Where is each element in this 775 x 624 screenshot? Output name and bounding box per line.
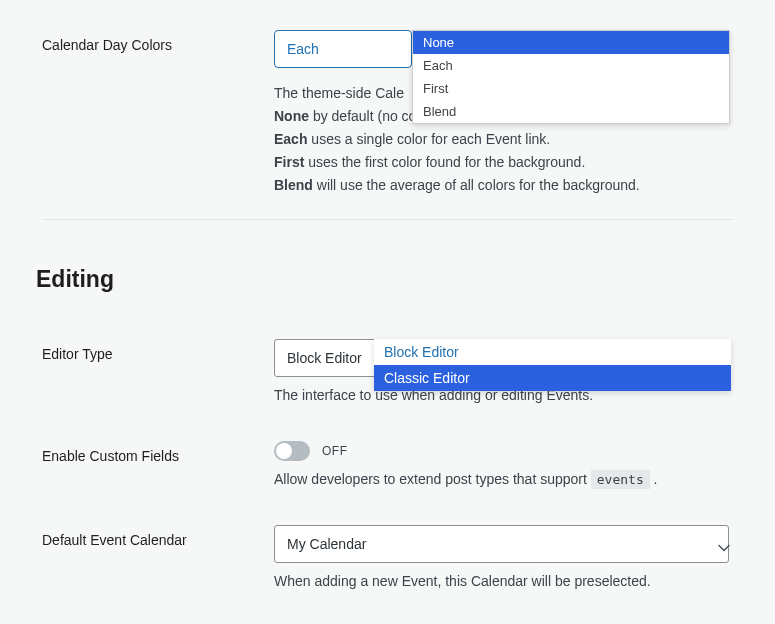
calendar-day-colors-dropdown: None Each First Blend [412,30,730,124]
calendar-day-colors-row: Calendar Day Colors Each None Each First… [42,30,733,197]
custom-fields-toggle[interactable] [274,441,310,461]
help-none-label: None [274,108,309,124]
help-intro: The theme-side Cale [274,85,404,101]
toggle-row: OFF [274,441,733,461]
editor-type-row: Editor Type Block Editor Block Editor Cl… [42,339,733,403]
help-first-text: uses the first color found for the backg… [304,154,585,170]
enable-custom-fields-row: Enable Custom Fields OFF Allow developer… [42,441,733,487]
help-blend-text: will use the average of all colors for t… [313,177,640,193]
help-each-label: Each [274,131,307,147]
editor-type-control: Block Editor Block Editor Classic Editor… [274,339,733,403]
enable-custom-fields-label: Enable Custom Fields [42,441,274,464]
enable-custom-fields-control: OFF Allow developers to extend post type… [274,441,733,487]
calendar-day-colors-select[interactable]: Each [274,30,412,68]
calendar-day-colors-label: Calendar Day Colors [42,30,274,53]
help-blend-label: Blend [274,177,313,193]
option-each[interactable]: Each [413,54,729,77]
option-blend[interactable]: Blend [413,100,729,123]
editor-type-value: Block Editor [287,350,362,366]
default-event-calendar-row: Default Event Calendar My Calendar When … [42,525,733,589]
default-event-calendar-select[interactable]: My Calendar [274,525,729,563]
editor-type-dropdown: Block Editor Classic Editor [374,339,731,391]
custom-fields-help-pre: Allow developers to extend post types th… [274,471,591,487]
events-code: events [591,470,650,489]
editing-section-title: Editing [36,266,733,293]
calendar-day-colors-control: Each None Each First Blend The theme-sid… [274,30,733,197]
custom-fields-help-post: . [650,471,658,487]
default-event-calendar-label: Default Event Calendar [42,525,274,548]
option-classic-editor[interactable]: Classic Editor [374,365,731,391]
default-event-calendar-help: When adding a new Event, this Calendar w… [274,573,733,589]
custom-fields-help: Allow developers to extend post types th… [274,471,733,487]
section-divider [42,219,733,220]
help-first-label: First [274,154,304,170]
toggle-state-text: OFF [322,444,348,458]
editor-type-label: Editor Type [42,339,274,362]
default-event-calendar-value: My Calendar [287,536,366,552]
option-block-editor[interactable]: Block Editor [374,339,731,365]
help-each-text: uses a single color for each Event link. [307,131,550,147]
option-none[interactable]: None [413,31,729,54]
calendar-day-colors-value: Each [287,41,319,57]
default-event-calendar-control: My Calendar When adding a new Event, thi… [274,525,733,589]
toggle-knob [276,443,292,459]
option-first[interactable]: First [413,77,729,100]
